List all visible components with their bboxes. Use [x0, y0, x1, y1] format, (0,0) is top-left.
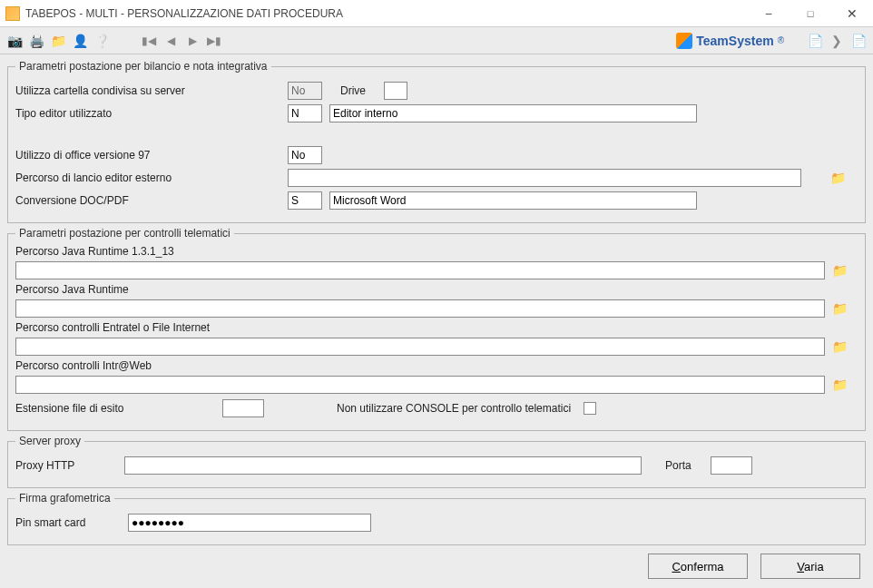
folder-browse-icon[interactable]: 📁 [829, 169, 847, 187]
shared-folder-label: Utilizza cartella condivisa su server [15, 84, 288, 97]
confirm-button[interactable]: Conferma [648, 554, 748, 579]
doc2-icon[interactable]: 📄 [849, 32, 868, 50]
drive-label: Drive [340, 84, 384, 97]
user-icon[interactable]: 👤 [71, 32, 89, 50]
java131-browse-icon[interactable]: 📁 [830, 261, 848, 279]
ext-label: Estensione file di esito [15, 402, 222, 415]
vary-button[interactable]: Varia [760, 554, 860, 579]
java131-input[interactable] [15, 261, 825, 279]
workarea: Parametri postazione per bilancio e nota… [0, 54, 873, 588]
pin-label: Pin smart card [15, 516, 128, 529]
intraweb-input[interactable] [15, 376, 825, 394]
launch-path-label: Percorso di lancio editor esterno [15, 172, 288, 184]
noconsole-checkbox[interactable] [584, 402, 596, 415]
print-icon[interactable]: 🖨️ [27, 32, 45, 50]
toolbar: 📷 🖨️ 📁 👤 ❔ ▮◀ ◀ ▶ ▶▮ TeamSystem® 📄 ❯ 📄 [0, 27, 873, 54]
group-bilancio-legend: Parametri postazione per bilancio e nota… [15, 60, 271, 73]
minimize-button[interactable]: – [748, 0, 790, 27]
brand-mark-icon [676, 33, 692, 49]
ext-input[interactable] [222, 399, 264, 417]
group-firma: Firma grafometrica Pin smart card [7, 492, 866, 545]
shared-folder-input[interactable] [288, 82, 322, 100]
action-buttons: Conferma Varia [648, 554, 860, 579]
drive-input[interactable] [384, 82, 407, 100]
group-firma-legend: Firma grafometrica [15, 492, 114, 505]
window-title: TABEPOS - MULTI - PERSONALIZZAZIONE DATI… [25, 7, 343, 20]
office97-input[interactable] [288, 146, 322, 164]
help-icon[interactable]: ❔ [93, 32, 111, 50]
doc1-icon[interactable]: 📄 [806, 32, 824, 50]
nav-last-icon[interactable]: ▶▮ [205, 32, 223, 50]
editor-type-input[interactable] [288, 104, 322, 122]
close-button[interactable]: ✕ [831, 0, 873, 27]
brand-name: TeamSystem [696, 34, 773, 48]
entratel-label: Percorso controlli Entratel o File Inter… [15, 321, 858, 334]
brand-logo: TeamSystem® [676, 33, 784, 49]
group-proxy: Server proxy Proxy HTTP Porta [7, 435, 866, 488]
launch-path-input[interactable] [288, 169, 801, 187]
java131-label: Percorso Java Runtime 1.3.1_13 [15, 245, 858, 258]
port-label: Porta [665, 459, 711, 472]
group-proxy-legend: Server proxy [15, 435, 84, 447]
group-telematici-legend: Parametri postazione per controlli telem… [15, 227, 234, 240]
editor-type-label: Tipo editor utilizzato [15, 107, 288, 120]
nav-first-icon[interactable]: ▮◀ [140, 32, 158, 50]
entratel-browse-icon[interactable]: 📁 [830, 338, 848, 356]
titlebar: TABEPOS - MULTI - PERSONALIZZAZIONE DATI… [0, 0, 873, 27]
camera-icon[interactable]: 📷 [5, 32, 24, 50]
maximize-button[interactable]: □ [790, 0, 831, 27]
editor-desc-input[interactable] [329, 104, 697, 122]
intraweb-label: Percorso controlli Intr@Web [15, 359, 858, 372]
port-input[interactable] [711, 456, 752, 475]
group-telematici: Parametri postazione per controlli telem… [7, 227, 866, 431]
pin-input[interactable] [128, 514, 371, 532]
proxy-input[interactable] [124, 456, 642, 475]
conv-desc-input[interactable] [329, 191, 697, 210]
java-input[interactable] [15, 299, 825, 318]
folder-icon[interactable]: 📁 [49, 32, 67, 50]
intraweb-browse-icon[interactable]: 📁 [830, 376, 848, 394]
proxy-label: Proxy HTTP [15, 459, 124, 472]
noconsole-label: Non utilizzare CONSOLE per controllo tel… [337, 402, 571, 415]
arrow-right-icon[interactable]: ❯ [828, 32, 846, 50]
conv-label: Conversione DOC/PDF [15, 194, 288, 207]
brand-suffix: ® [778, 35, 784, 45]
nav-next-icon[interactable]: ▶ [183, 32, 201, 50]
office97-label: Utilizzo di office versione 97 [15, 149, 288, 162]
nav-prev-icon[interactable]: ◀ [162, 32, 180, 50]
group-bilancio: Parametri postazione per bilancio e nota… [7, 60, 866, 223]
app-icon [5, 6, 20, 21]
conv-input[interactable] [288, 191, 322, 210]
java-browse-icon[interactable]: 📁 [830, 299, 848, 318]
java-label: Percorso Java Runtime [15, 283, 858, 296]
entratel-input[interactable] [15, 338, 825, 356]
